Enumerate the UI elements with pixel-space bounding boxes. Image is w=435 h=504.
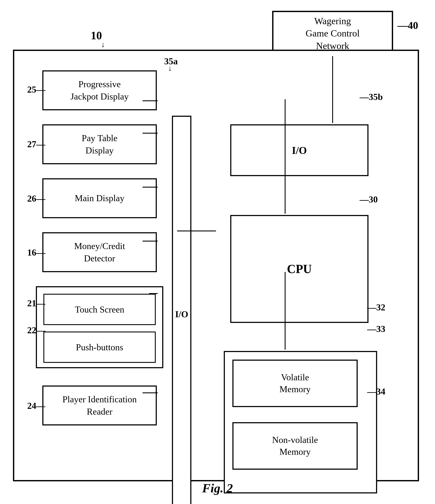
label-35b: —35b [360, 92, 383, 102]
cpu-label: CPU [287, 262, 312, 276]
label-33: —33 [367, 324, 385, 334]
volatile-memory-box: VolatileMemory [232, 360, 358, 407]
figure-caption: Fig. 2 [202, 481, 233, 495]
player-id-reader-label: Player IdentificationReader [60, 391, 139, 420]
touch-screen-label: Touch Screen [75, 304, 124, 315]
right-io-label: I/O [292, 144, 307, 156]
ref-27: 27— [27, 139, 45, 149]
input-group-box: Touch Screen Push-buttons [36, 286, 163, 368]
pay-table-display-label: Pay TableDisplay [80, 130, 120, 159]
right-io-box: I/O [230, 124, 369, 176]
cpu-box: CPU [230, 215, 369, 323]
system-box: I/O ProgressiveJackpot Display 25— Pay T… [13, 50, 419, 481]
network-box: WageringGame ControlNetwork [272, 11, 393, 56]
volatile-memory-label: VolatileMemory [279, 371, 311, 395]
label-10: 10 [91, 29, 102, 42]
network-box-label: WageringGame ControlNetwork [306, 15, 360, 52]
label-30: —30 [360, 194, 378, 205]
ref-22: 22— [27, 325, 45, 335]
push-buttons-box: Push-buttons [43, 332, 156, 363]
ref-26: 26— [27, 193, 45, 204]
nonvolatile-memory-label: Non-volatileMemory [272, 434, 318, 458]
ref-16: 16— [27, 247, 45, 258]
progressive-jackpot-display-box: ProgressiveJackpot Display [42, 70, 157, 110]
ref-21: 21— [27, 298, 45, 308]
pay-table-display-box: Pay TableDisplay [42, 124, 157, 164]
main-display-box: Main Display [42, 178, 157, 218]
page: 10 ↓ WageringGame ControlNetwork —40 I/O… [0, 0, 435, 504]
label-34: —34 [367, 386, 385, 397]
io-bar: I/O [172, 116, 191, 504]
money-credit-detector-label: Money/CreditDetector [72, 238, 127, 267]
ref-25: 25— [27, 84, 45, 95]
io-bar-label: I/O [175, 309, 188, 319]
label-10-arrow: ↓ [101, 40, 105, 49]
label-32: —32 [367, 302, 385, 313]
main-display-label: Main Display [73, 190, 127, 207]
money-credit-detector-box: Money/CreditDetector [42, 232, 157, 272]
label-35a-arrow: ↓ [168, 64, 172, 73]
label-40: —40 [398, 19, 418, 31]
touch-screen-box: Touch Screen [43, 294, 156, 325]
push-buttons-label: Push-buttons [76, 342, 123, 352]
nonvolatile-memory-box: Non-volatileMemory [232, 422, 358, 470]
progressive-jackpot-display-label: ProgressiveJackpot Display [68, 76, 131, 105]
player-id-reader-box: Player IdentificationReader [42, 386, 157, 425]
ref-24: 24— [27, 401, 45, 411]
